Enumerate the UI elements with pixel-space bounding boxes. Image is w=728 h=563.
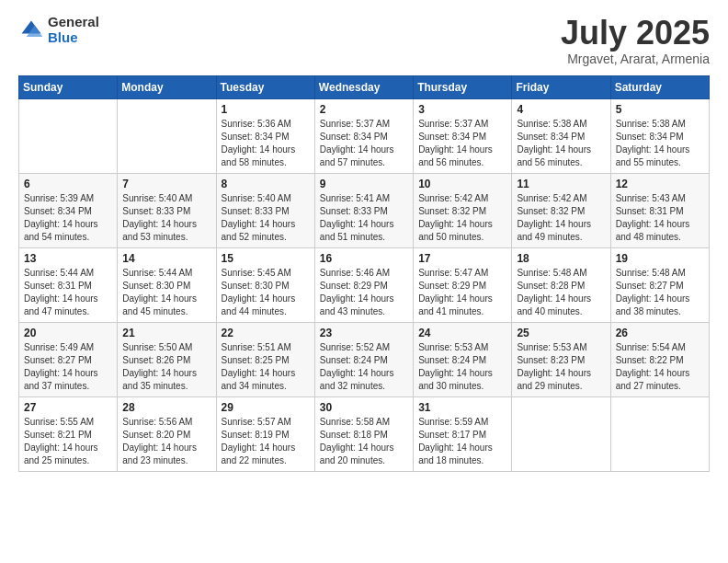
day-number: 5 — [616, 103, 704, 116]
calendar-cell: 22Sunrise: 5:51 AMSunset: 8:25 PMDayligh… — [216, 322, 314, 396]
logo-icon — [18, 17, 44, 43]
day-info: Sunrise: 5:56 AMSunset: 8:20 PMDaylight:… — [122, 416, 210, 467]
day-info: Sunrise: 5:39 AMSunset: 8:34 PMDaylight:… — [24, 192, 112, 244]
day-number: 15 — [222, 252, 310, 265]
calendar-week-row: 6Sunrise: 5:39 AMSunset: 8:34 PMDaylight… — [19, 173, 710, 247]
logo-text: General Blue — [48, 15, 99, 45]
day-info: Sunrise: 5:54 AMSunset: 8:22 PMDaylight:… — [616, 341, 704, 393]
calendar-cell: 30Sunrise: 5:58 AMSunset: 8:18 PMDayligh… — [314, 396, 413, 471]
day-number: 22 — [222, 327, 310, 339]
day-info: Sunrise: 5:40 AMSunset: 8:33 PMDaylight:… — [122, 192, 210, 244]
day-info: Sunrise: 5:37 AMSunset: 8:34 PMDaylight:… — [418, 118, 506, 169]
calendar-cell: 9Sunrise: 5:41 AMSunset: 8:33 PMDaylight… — [314, 173, 413, 247]
day-number: 16 — [320, 252, 408, 265]
calendar-cell: 14Sunrise: 5:44 AMSunset: 8:30 PMDayligh… — [118, 247, 216, 322]
day-info: Sunrise: 5:50 AMSunset: 8:26 PMDaylight:… — [122, 341, 210, 393]
day-info: Sunrise: 5:58 AMSunset: 8:18 PMDaylight:… — [320, 416, 408, 467]
day-number: 21 — [122, 327, 210, 339]
page: General Blue July 2025 Mrgavet, Ararat, … — [0, 0, 728, 563]
calendar-cell: 5Sunrise: 5:38 AMSunset: 8:34 PMDaylight… — [610, 98, 709, 173]
weekday-header: Tuesday — [216, 75, 314, 98]
day-number: 14 — [122, 252, 210, 265]
day-number: 29 — [222, 401, 310, 414]
logo-blue-label: Blue — [48, 30, 99, 46]
logo: General Blue — [18, 15, 99, 45]
calendar-week-row: 13Sunrise: 5:44 AMSunset: 8:31 PMDayligh… — [19, 247, 710, 322]
day-info: Sunrise: 5:53 AMSunset: 8:24 PMDaylight:… — [418, 341, 506, 393]
day-info: Sunrise: 5:47 AMSunset: 8:29 PMDaylight:… — [418, 267, 506, 318]
location: Mrgavet, Ararat, Armenia — [561, 52, 710, 66]
day-number: 10 — [418, 178, 506, 190]
calendar-cell — [512, 396, 610, 471]
calendar-cell: 12Sunrise: 5:43 AMSunset: 8:31 PMDayligh… — [610, 173, 709, 247]
day-info: Sunrise: 5:52 AMSunset: 8:24 PMDaylight:… — [320, 341, 408, 393]
day-number: 13 — [24, 252, 112, 265]
calendar-cell: 29Sunrise: 5:57 AMSunset: 8:19 PMDayligh… — [216, 396, 314, 471]
day-number: 27 — [24, 401, 112, 414]
calendar-cell: 24Sunrise: 5:53 AMSunset: 8:24 PMDayligh… — [414, 322, 512, 396]
calendar-cell: 2Sunrise: 5:37 AMSunset: 8:34 PMDaylight… — [314, 98, 413, 173]
day-info: Sunrise: 5:41 AMSunset: 8:33 PMDaylight:… — [320, 192, 408, 244]
day-number: 9 — [320, 178, 408, 190]
calendar-cell: 8Sunrise: 5:40 AMSunset: 8:33 PMDaylight… — [216, 173, 314, 247]
calendar-cell: 25Sunrise: 5:53 AMSunset: 8:23 PMDayligh… — [512, 322, 610, 396]
month-title: July 2025 — [561, 15, 710, 52]
day-info: Sunrise: 5:44 AMSunset: 8:31 PMDaylight:… — [24, 267, 112, 318]
weekday-header: Monday — [118, 75, 216, 98]
calendar-cell: 7Sunrise: 5:40 AMSunset: 8:33 PMDaylight… — [118, 173, 216, 247]
calendar-cell: 15Sunrise: 5:45 AMSunset: 8:30 PMDayligh… — [216, 247, 314, 322]
weekday-header: Wednesday — [314, 75, 413, 98]
calendar-week-row: 27Sunrise: 5:55 AMSunset: 8:21 PMDayligh… — [19, 396, 710, 471]
calendar-week-row: 1Sunrise: 5:36 AMSunset: 8:34 PMDaylight… — [19, 98, 710, 173]
day-info: Sunrise: 5:37 AMSunset: 8:34 PMDaylight:… — [320, 118, 408, 169]
calendar-week-row: 20Sunrise: 5:49 AMSunset: 8:27 PMDayligh… — [19, 322, 710, 396]
calendar-cell: 19Sunrise: 5:48 AMSunset: 8:27 PMDayligh… — [610, 247, 709, 322]
day-info: Sunrise: 5:40 AMSunset: 8:33 PMDaylight:… — [222, 192, 310, 244]
calendar-header-row: SundayMondayTuesdayWednesdayThursdayFrid… — [19, 75, 710, 98]
logo-general-label: General — [48, 15, 99, 30]
day-number: 8 — [222, 178, 310, 190]
day-number: 23 — [320, 327, 408, 339]
day-info: Sunrise: 5:48 AMSunset: 8:27 PMDaylight:… — [616, 267, 704, 318]
day-number: 25 — [517, 327, 605, 339]
calendar-cell: 21Sunrise: 5:50 AMSunset: 8:26 PMDayligh… — [118, 322, 216, 396]
day-number: 3 — [418, 103, 506, 116]
day-number: 7 — [122, 178, 210, 190]
day-info: Sunrise: 5:42 AMSunset: 8:32 PMDaylight:… — [418, 192, 506, 244]
day-info: Sunrise: 5:44 AMSunset: 8:30 PMDaylight:… — [122, 267, 210, 318]
weekday-header: Sunday — [19, 75, 118, 98]
day-number: 17 — [418, 252, 506, 265]
day-number: 20 — [24, 327, 112, 339]
day-number: 11 — [517, 178, 605, 190]
day-info: Sunrise: 5:57 AMSunset: 8:19 PMDaylight:… — [222, 416, 310, 467]
day-number: 12 — [616, 178, 704, 190]
day-info: Sunrise: 5:38 AMSunset: 8:34 PMDaylight:… — [616, 118, 704, 169]
calendar-cell: 11Sunrise: 5:42 AMSunset: 8:32 PMDayligh… — [512, 173, 610, 247]
day-number: 1 — [222, 103, 310, 116]
calendar-cell: 1Sunrise: 5:36 AMSunset: 8:34 PMDaylight… — [216, 98, 314, 173]
calendar-cell: 20Sunrise: 5:49 AMSunset: 8:27 PMDayligh… — [19, 322, 118, 396]
calendar-cell: 4Sunrise: 5:38 AMSunset: 8:34 PMDaylight… — [512, 98, 610, 173]
calendar-cell — [19, 98, 118, 173]
day-info: Sunrise: 5:43 AMSunset: 8:31 PMDaylight:… — [616, 192, 704, 244]
day-number: 28 — [122, 401, 210, 414]
day-info: Sunrise: 5:51 AMSunset: 8:25 PMDaylight:… — [222, 341, 310, 393]
day-info: Sunrise: 5:55 AMSunset: 8:21 PMDaylight:… — [24, 416, 112, 467]
calendar-cell: 10Sunrise: 5:42 AMSunset: 8:32 PMDayligh… — [414, 173, 512, 247]
header: General Blue July 2025 Mrgavet, Ararat, … — [18, 15, 710, 66]
weekday-header: Thursday — [414, 75, 512, 98]
calendar-cell: 3Sunrise: 5:37 AMSunset: 8:34 PMDaylight… — [414, 98, 512, 173]
calendar-cell — [118, 98, 216, 173]
day-info: Sunrise: 5:49 AMSunset: 8:27 PMDaylight:… — [24, 341, 112, 393]
calendar-cell: 31Sunrise: 5:59 AMSunset: 8:17 PMDayligh… — [414, 396, 512, 471]
day-info: Sunrise: 5:48 AMSunset: 8:28 PMDaylight:… — [517, 267, 605, 318]
day-info: Sunrise: 5:45 AMSunset: 8:30 PMDaylight:… — [222, 267, 310, 318]
calendar-cell: 26Sunrise: 5:54 AMSunset: 8:22 PMDayligh… — [610, 322, 709, 396]
calendar-cell: 16Sunrise: 5:46 AMSunset: 8:29 PMDayligh… — [314, 247, 413, 322]
calendar-cell: 28Sunrise: 5:56 AMSunset: 8:20 PMDayligh… — [118, 396, 216, 471]
day-number: 6 — [24, 178, 112, 190]
calendar-cell: 27Sunrise: 5:55 AMSunset: 8:21 PMDayligh… — [19, 396, 118, 471]
day-number: 24 — [418, 327, 506, 339]
day-number: 19 — [616, 252, 704, 265]
weekday-header: Saturday — [610, 75, 709, 98]
